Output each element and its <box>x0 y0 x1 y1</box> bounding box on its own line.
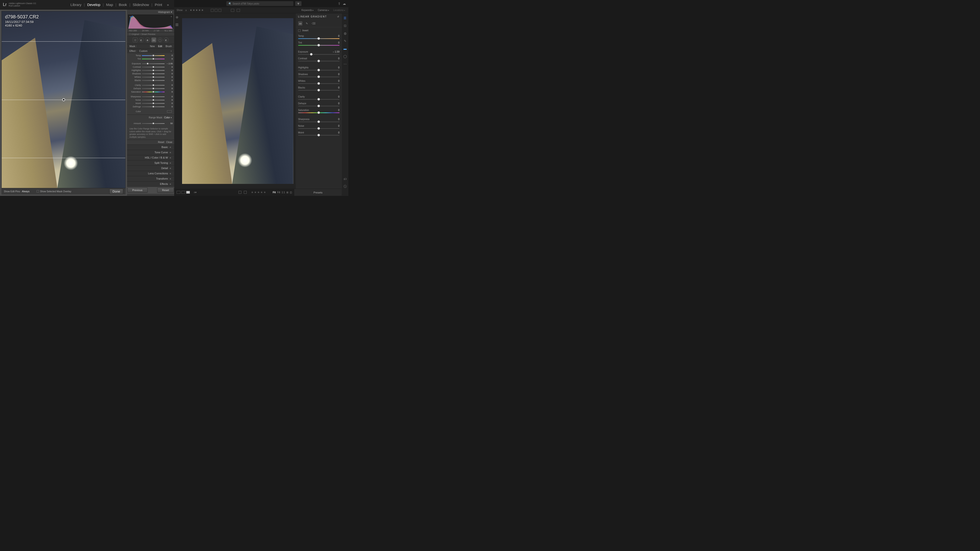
grid-view-icon[interactable] <box>177 191 180 194</box>
star-icon[interactable]: ★ <box>257 191 260 194</box>
spot-tool-icon[interactable]: ◐ <box>139 38 144 42</box>
flag-pick-icon[interactable] <box>239 191 242 194</box>
flag-pick-icon[interactable] <box>211 9 214 12</box>
crop-tool-icon[interactable]: ⊡ <box>133 38 138 42</box>
panel-tone-curve[interactable]: Tone Curve◀ <box>127 150 174 155</box>
slider-noise[interactable]: Noise0 <box>129 98 173 102</box>
slider-tint[interactable]: Tint0 <box>129 57 173 60</box>
panel-transform[interactable]: Transform◀ <box>127 176 174 181</box>
color-swatch[interactable] <box>167 110 172 113</box>
type-photo-icon[interactable] <box>231 9 234 12</box>
panel-basic[interactable]: Basic◀ <box>127 144 174 150</box>
slider-defringe[interactable]: Defringe0 <box>129 105 173 108</box>
preview-mode[interactable]: ☐ Original + Smart Preview <box>127 32 174 36</box>
slider-temp[interactable]: Temp0 <box>129 54 173 57</box>
radial-tool-icon[interactable]: ◯ <box>158 38 162 42</box>
my-photos-icon[interactable]: ▥ <box>175 22 178 26</box>
heal-icon[interactable]: ◍ <box>343 31 347 35</box>
range-amount-slider[interactable]: Amount 50 <box>129 122 173 125</box>
slider-dehaze[interactable]: Dehaze0 <box>129 87 173 90</box>
slider-sharpness[interactable]: Sharpness0 <box>298 118 339 122</box>
slider-tint[interactable]: Tint0 <box>298 41 339 46</box>
panel-detail[interactable]: Detail◀ <box>127 165 174 171</box>
flag-unflag-icon[interactable] <box>215 9 218 12</box>
zoom-1to1[interactable]: 1:1 <box>282 191 285 194</box>
slider-blacks[interactable]: Blacks0 <box>129 79 173 82</box>
slider-exposure[interactable]: Exposure– 2.05 <box>129 62 173 65</box>
type-video-icon[interactable] <box>237 9 240 12</box>
flag-reject-icon[interactable] <box>218 9 221 12</box>
slider-highlights[interactable]: Highlights0 <box>298 66 339 71</box>
star-icon[interactable]: ★ <box>190 9 192 12</box>
erase-mask-icon[interactable]: ⌫ <box>312 21 316 25</box>
sort-icon[interactable]: ≡▾ <box>194 191 197 194</box>
star-icon[interactable]: ★ <box>254 191 257 194</box>
slider-exposure[interactable]: Exposure– 1.59 <box>298 51 339 55</box>
slider-saturation[interactable]: Saturation0 <box>129 90 173 94</box>
crop-icon[interactable]: ⊡ <box>343 24 347 28</box>
more-icon[interactable]: ⋯ <box>343 62 347 66</box>
panel-lens-corrections[interactable]: Lens Corrections◀ <box>127 171 174 176</box>
slider-dehaze[interactable]: Dehaze0 <box>298 102 339 106</box>
previous-button[interactable]: Previous <box>127 187 148 193</box>
module-develop[interactable]: Develop <box>85 3 103 7</box>
linear-mask-icon[interactable]: ▭ <box>298 21 302 25</box>
locations-dropdown[interactable]: Locations <box>332 9 346 11</box>
star-icon[interactable]: ★ <box>192 9 195 12</box>
slider-highlights[interactable]: Highlights0 <box>129 68 173 72</box>
presets-button[interactable]: Presets <box>294 189 342 196</box>
modules-more-icon[interactable]: » <box>165 3 171 7</box>
module-slideshow[interactable]: Slideshow <box>130 3 151 7</box>
done-button[interactable]: Done <box>109 189 123 194</box>
rating-filter[interactable]: ★★★★★ <box>190 9 204 12</box>
brush-mask-icon[interactable]: ✎ <box>305 21 309 25</box>
star-icon[interactable]: ★ <box>196 9 198 12</box>
slider-contrast[interactable]: Contrast0 <box>129 65 173 68</box>
slider-noise[interactable]: Noise0 <box>298 125 339 129</box>
cameras-dropdown[interactable]: Cameras <box>317 9 330 11</box>
flag-reject-icon[interactable] <box>244 191 247 194</box>
star-icon[interactable]: ★ <box>263 191 266 194</box>
mask-overlay-checkbox[interactable] <box>37 190 39 192</box>
tag-icon[interactable]: 🏷 <box>343 177 347 181</box>
cloud-icon[interactable]: ☁ <box>343 2 346 5</box>
slider-shadows[interactable]: Shadows0 <box>129 72 173 75</box>
effect-value[interactable]: Custom <box>139 50 147 52</box>
image-canvas[interactable]: d798-5037.CR2 16/11/2017 07:34:59 4160 x… <box>2 11 126 188</box>
gradient-pin[interactable] <box>62 98 65 101</box>
histogram-header[interactable]: Histogram ▾ <box>127 10 174 14</box>
module-library[interactable]: Library <box>68 3 84 7</box>
reset-mask[interactable]: Reset <box>158 141 164 143</box>
module-map[interactable]: Map <box>103 3 115 7</box>
linear-grad-icon[interactable]: ▬ <box>343 46 347 51</box>
info-icon[interactable]: ⓘ <box>343 184 347 189</box>
rating-stars[interactable]: ★★★★★ <box>251 191 266 194</box>
cc-image-canvas[interactable] <box>182 18 293 184</box>
square-view-icon[interactable] <box>181 191 185 194</box>
slider-whites[interactable]: Whites0 <box>129 75 173 79</box>
slider-whites[interactable]: Whites0 <box>298 79 339 84</box>
panel-effects[interactable]: Effects◀ <box>127 181 174 187</box>
star-icon[interactable]: ★ <box>251 191 254 194</box>
search-input[interactable]: 🔍 Search d798 Tokyo picks <box>226 1 293 6</box>
zoom-grid-icon[interactable]: ⊞ <box>286 191 288 194</box>
slider-sharpness[interactable]: Sharpness0 <box>129 95 173 98</box>
panel-split-toning[interactable]: Split Toning◀ <box>127 160 174 165</box>
star-icon[interactable]: ★ <box>201 9 204 12</box>
edit-icon[interactable]: ☰ <box>343 16 347 20</box>
invert-checkbox[interactable] <box>298 29 301 32</box>
histogram[interactable]: ▲ ▲ <box>128 14 173 29</box>
detail-view-icon[interactable] <box>186 191 190 194</box>
mask-edit[interactable]: Edit <box>158 45 162 48</box>
star-icon[interactable]: ★ <box>260 191 263 194</box>
slider-clarity[interactable]: Clarity0 <box>129 83 173 87</box>
slider-moiré[interactable]: Moiré0 <box>298 131 339 136</box>
zoom-fill[interactable]: Fill <box>277 191 280 194</box>
slider-moiré[interactable]: Moiré0 <box>129 102 173 105</box>
undo-icon[interactable]: ↺ <box>337 15 339 18</box>
reset-button[interactable]: Reset <box>157 187 174 193</box>
invert-row[interactable]: Invert <box>296 27 342 34</box>
brush-icon[interactable]: ✎ <box>343 39 347 43</box>
close-mask[interactable]: Close <box>166 141 172 143</box>
mask-new[interactable]: New <box>150 45 155 48</box>
